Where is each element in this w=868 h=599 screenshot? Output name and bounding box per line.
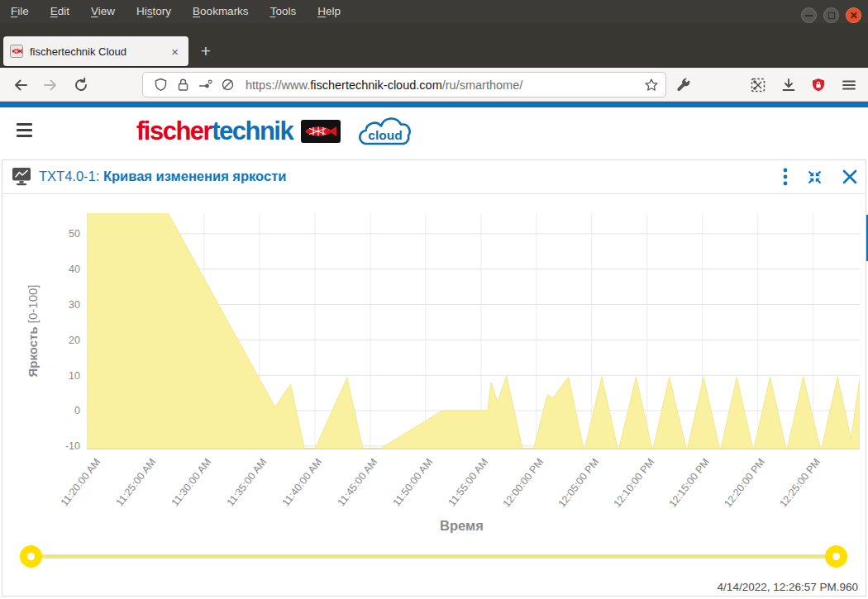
slider-track[interactable]: [31, 554, 837, 559]
current-timestamp: 4/14/2022, 12:26:57 PM.960: [718, 581, 858, 593]
minimize-button[interactable]: [801, 7, 817, 23]
x-tick-label: 11:50:00 AM: [391, 456, 436, 508]
site-menu-icon[interactable]: [17, 123, 32, 137]
x-tick-label: 11:35:00 AM: [225, 456, 269, 508]
tab-fischertechnik-cloud[interactable]: fischertechnik Cloud ×: [3, 36, 188, 66]
download-icon[interactable]: [781, 78, 796, 93]
menubar-item-view[interactable]: View: [80, 0, 126, 23]
panel-device-label: TXT4.0-1:: [39, 169, 99, 183]
menubar-item-edit[interactable]: Edit: [40, 0, 80, 23]
wrench-icon[interactable]: [676, 78, 691, 93]
panel-title: TXT4.0-1: Кривая изменения яркости: [39, 169, 286, 184]
x-tick-label: 11:45:00 AM: [336, 456, 380, 508]
menubar-item-history[interactable]: History: [126, 0, 182, 23]
menubar-item-bookmarks[interactable]: Bookmarks: [182, 0, 260, 23]
reload-button[interactable]: [74, 78, 88, 93]
slider-handle-left[interactable]: [20, 545, 42, 568]
x-tick-label: 11:30:00 AM: [169, 456, 214, 508]
y-tick-label: 40: [69, 264, 80, 275]
favicon-fischertechnik: [10, 45, 23, 58]
x-tick-label: 12:00:00 PM: [501, 456, 546, 509]
minimize-icon: [805, 15, 813, 17]
lock-icon[interactable]: [176, 78, 190, 92]
x-tick-label: 11:40:00 AM: [280, 456, 325, 508]
x-tick-label: 11:55:00 AM: [446, 456, 491, 508]
x-tick-label: 12:10:00 PM: [611, 456, 656, 509]
area-series-Яркость: [87, 212, 860, 452]
close-icon: [847, 8, 861, 22]
chart-panel-header: TXT4.0-1: Кривая изменения яркости: [2, 159, 866, 194]
site-header: fischertechnik cloud Здравствуйте GregZe…: [0, 107, 868, 154]
fish-logo-icon: [301, 120, 341, 143]
window-controls: [801, 7, 861, 23]
url-domain: fischertechnik-cloud.com: [310, 78, 442, 92]
maximize-icon: [828, 12, 835, 19]
y-tick-label: 0: [74, 405, 80, 416]
fischertechnik-logo[interactable]: fischertechnik cloud: [136, 114, 415, 149]
menubar-item-file[interactable]: File: [0, 0, 40, 23]
brand-wordmark: fischertechnik: [136, 115, 293, 148]
chart-monitor-icon: [12, 167, 31, 186]
x-tick-label: 12:15:00 PM: [666, 456, 712, 509]
y-tick-label: -10: [65, 440, 80, 452]
menu-items: FileEditViewHistoryBookmarksToolsHelp: [0, 0, 351, 23]
slider-handle-right[interactable]: [825, 545, 847, 568]
x-tick-label: 12:05:00 PM: [556, 456, 602, 509]
panel-title-text: Кривая изменения яркости: [103, 169, 286, 183]
x-axis-title: Время: [440, 518, 484, 533]
menubar-item-help[interactable]: Help: [307, 0, 351, 23]
brightness-area-chart: 11:20:00 AM11:25:00 AM11:30:00 AM11:35:0…: [0, 198, 868, 539]
blocked-permission-icon[interactable]: [221, 78, 235, 92]
maximize-button[interactable]: [823, 7, 839, 23]
menu-hamburger-icon[interactable]: [842, 78, 856, 93]
permissions-icon[interactable]: [198, 78, 212, 92]
menubar-item-tools[interactable]: Tools: [260, 0, 308, 23]
tab-close-icon[interactable]: ×: [168, 45, 182, 59]
tab-title: fischertechnik Cloud: [30, 45, 168, 58]
compress-icon[interactable]: [806, 169, 823, 186]
url-bar[interactable]: https://www.fischertechnik-cloud.com/ru/…: [142, 72, 666, 97]
y-tick-label: 20: [69, 335, 80, 346]
navigation-toolbar: https://www.fischertechnik-cloud.com/ru/…: [0, 68, 868, 102]
bookmark-star-icon[interactable]: [644, 78, 659, 93]
url-scheme: https://www.: [246, 78, 310, 92]
url-text[interactable]: https://www.fischertechnik-cloud.com/ru/…: [246, 78, 644, 92]
screenshot-icon[interactable]: [751, 78, 765, 93]
page: FileEditViewHistoryBookmarksToolsHelp fi…: [0, 0, 868, 599]
panel-actions: [783, 159, 858, 194]
site-top-strip: [0, 102, 868, 107]
back-button[interactable]: [13, 78, 28, 93]
x-tick-label: 12:20:00 PM: [722, 456, 767, 509]
x-tick-label: 11:20:00 AM: [59, 456, 103, 508]
forward-button[interactable]: [43, 78, 58, 93]
y-tick-label: 10: [69, 370, 80, 382]
kebab-menu-icon[interactable]: [783, 168, 788, 186]
adblock-shield-icon[interactable]: [811, 78, 826, 93]
new-tab-button[interactable]: +: [195, 41, 217, 63]
y-tick-label: 30: [69, 299, 80, 311]
close-button[interactable]: [846, 7, 861, 23]
brand-fischer: fischer: [136, 116, 212, 145]
tracking-shield-icon[interactable]: [154, 78, 168, 92]
cloud-logo-text: cloud: [369, 128, 403, 142]
cloud-logo: cloud: [352, 114, 415, 149]
panel-close-icon[interactable]: [842, 169, 858, 185]
x-tick-label: 11:25:00 AM: [114, 456, 159, 508]
menubar: FileEditViewHistoryBookmarksToolsHelp: [0, 0, 868, 23]
x-tick-label: 12:25:00 PM: [777, 456, 823, 509]
y-axis-title: Яркость [0-100]: [26, 284, 40, 377]
time-range-slider: [0, 541, 868, 573]
brand-technik: technik: [212, 116, 293, 145]
y-tick-label: 50: [69, 228, 80, 240]
url-path: /ru/smarthome/: [442, 78, 523, 92]
tab-bar: fischertechnik Cloud × +: [0, 23, 868, 68]
